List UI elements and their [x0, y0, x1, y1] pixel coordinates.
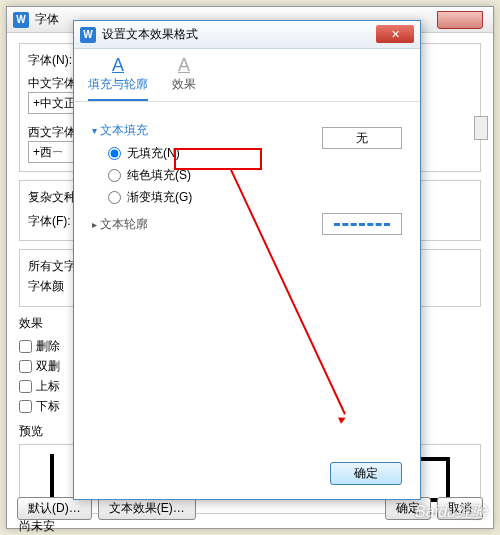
dash-style-combo[interactable]	[322, 213, 402, 235]
double-strike-label: 双删	[36, 358, 60, 375]
tab-effects[interactable]: A 效果	[172, 55, 196, 101]
radio-gradient-fill[interactable]: 渐变填充(G)	[108, 189, 402, 206]
close-button[interactable]	[437, 11, 483, 29]
footer-buttons: 默认(D)… 文本效果(E)… 确定 取消	[17, 497, 483, 520]
font-dialog-title: 字体	[35, 11, 59, 28]
west-font-value: +西ㄧ	[33, 144, 64, 161]
text-effect-title: 设置文本效果格式	[102, 26, 198, 43]
dash-preview	[334, 223, 390, 226]
text-effect-button[interactable]: 文本效果(E)…	[98, 497, 196, 520]
radio-gradient-fill-label: 渐变填充(G)	[127, 189, 192, 206]
tab-fill-outline[interactable]: A 填充与轮廓	[88, 55, 148, 101]
fill-none-combo[interactable]: 无	[322, 127, 402, 149]
style-label: 字体(F):	[28, 214, 71, 228]
app-icon: W	[13, 12, 29, 28]
size-spinner[interactable]	[474, 116, 488, 140]
subscript-label: 下标	[36, 398, 60, 415]
app-icon: W	[80, 27, 96, 43]
not-installed-label: 尚未安	[19, 518, 481, 535]
default-button[interactable]: 默认(D)…	[17, 497, 92, 520]
radio-no-fill-label: 无填充(N)	[127, 145, 180, 162]
strike-label: 删除	[36, 338, 60, 355]
radio-solid-fill[interactable]: 纯色填充(S)	[108, 167, 402, 184]
tab-effects-label: 效果	[172, 76, 196, 93]
cn-font-value: +中文正	[33, 95, 76, 112]
text-effect-titlebar: W 设置文本效果格式 ✕	[74, 21, 420, 49]
close-button[interactable]: ✕	[376, 25, 414, 43]
color-label: 字体颜	[28, 279, 64, 293]
watermark: Baidu经验	[415, 502, 488, 523]
tab-fill-label: 填充与轮廓	[88, 76, 148, 93]
text-effect-dialog: W 设置文本效果格式 ✕ A 填充与轮廓 A 效果 文本填充 无填充(N) 纯色…	[73, 20, 421, 500]
ok-button[interactable]: 确定	[330, 462, 402, 485]
tabs: A 填充与轮廓 A 效果	[74, 49, 420, 102]
effects-icon: A	[178, 55, 190, 76]
radio-solid-fill-label: 纯色填充(S)	[127, 167, 191, 184]
superscript-label: 上标	[36, 378, 60, 395]
fill-outline-icon: A	[112, 55, 124, 76]
fill-none-value: 无	[356, 130, 368, 147]
preview-glyph-right	[420, 457, 450, 502]
